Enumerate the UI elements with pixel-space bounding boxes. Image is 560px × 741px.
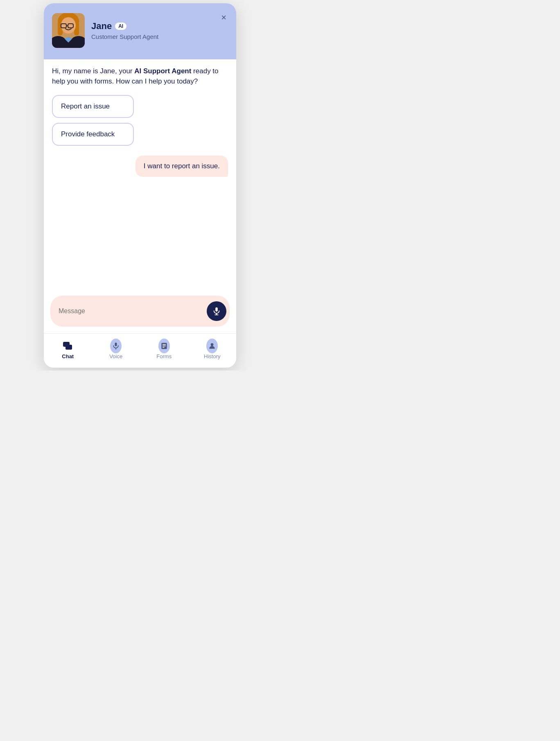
message-input[interactable] bbox=[59, 307, 203, 315]
forms-nav-label: Forms bbox=[156, 353, 172, 359]
chat-icon bbox=[62, 340, 74, 352]
voice-icon bbox=[112, 342, 120, 350]
agent-avatar bbox=[52, 13, 85, 48]
agent-name: Jane bbox=[91, 21, 112, 32]
voice-nav-icon bbox=[110, 340, 122, 352]
message-input-area bbox=[44, 291, 236, 333]
message-input-container bbox=[50, 296, 230, 327]
svg-rect-12 bbox=[215, 307, 218, 311]
user-message-bubble: I want to report an issue. bbox=[135, 156, 228, 177]
nav-item-chat[interactable]: Chat bbox=[44, 339, 92, 361]
chat-area: Hi, my name is Jane, your AI Support Age… bbox=[44, 54, 236, 291]
person-icon bbox=[208, 342, 216, 350]
report-issue-button[interactable]: Report an issue bbox=[52, 95, 134, 118]
nav-item-forms[interactable]: Forms bbox=[140, 339, 188, 361]
chat-nav-icon bbox=[62, 340, 74, 352]
chat-app-container: Jane AI Customer Support Agent × Hi, my … bbox=[44, 3, 236, 368]
agent-info: Jane AI Customer Support Agent bbox=[91, 21, 228, 40]
svg-rect-18 bbox=[115, 342, 117, 346]
forms-icon-circle bbox=[158, 339, 170, 353]
history-nav-icon bbox=[206, 340, 218, 352]
welcome-message: Hi, my name is Jane, your AI Support Age… bbox=[52, 66, 228, 87]
nav-item-voice[interactable]: Voice bbox=[92, 339, 140, 361]
ai-badge: AI bbox=[115, 23, 126, 30]
voice-icon-circle bbox=[110, 339, 122, 353]
voice-nav-label: Voice bbox=[109, 353, 122, 359]
history-icon-circle bbox=[206, 339, 218, 353]
quick-actions: Report an issue Provide feedback bbox=[52, 95, 228, 146]
forms-icon bbox=[160, 342, 168, 350]
user-message-container: I want to report an issue. bbox=[52, 156, 228, 177]
agent-name-row: Jane AI bbox=[91, 21, 228, 32]
provide-feedback-button[interactable]: Provide feedback bbox=[52, 123, 134, 146]
microphone-icon bbox=[212, 307, 221, 316]
history-nav-label: History bbox=[204, 353, 220, 359]
close-button[interactable]: × bbox=[219, 11, 228, 24]
chat-header: Jane AI Customer Support Agent × bbox=[44, 3, 236, 59]
nav-item-history[interactable]: History bbox=[188, 339, 237, 361]
chat-nav-label: Chat bbox=[62, 353, 74, 359]
agent-title: Customer Support Agent bbox=[91, 33, 228, 40]
svg-rect-17 bbox=[65, 345, 72, 350]
bottom-nav: Chat Voice bbox=[44, 333, 236, 368]
svg-point-24 bbox=[211, 343, 214, 346]
forms-nav-icon bbox=[158, 340, 170, 352]
voice-send-button[interactable] bbox=[207, 301, 226, 321]
